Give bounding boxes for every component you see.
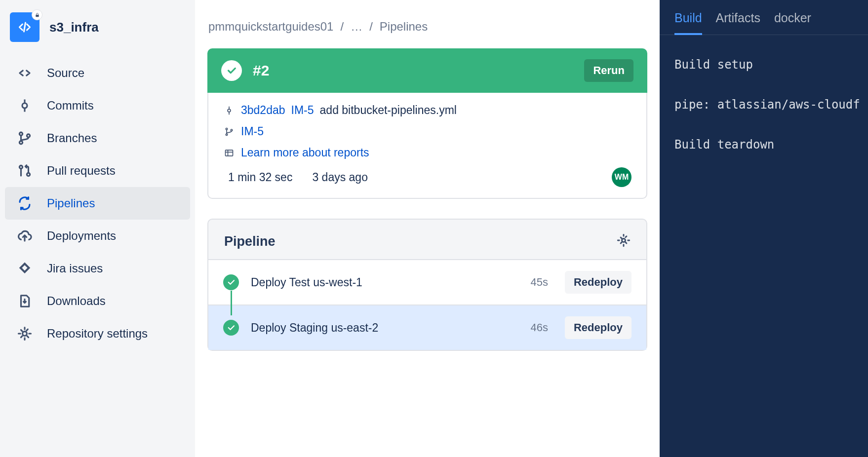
sidebar-item-jira-issues[interactable]: Jira issues <box>5 252 190 285</box>
log-output[interactable]: Build setup pipe: atlassian/aws-cloudf B… <box>660 35 868 194</box>
pipeline-step[interactable]: Deploy Test us-west-1 45s Redeploy <box>208 259 646 305</box>
sidebar-item-label: Jira issues <box>47 262 103 275</box>
svg-point-4 <box>19 132 22 135</box>
sidebar-item-commits[interactable]: Commits <box>5 89 190 122</box>
build-age: 3 days ago <box>312 171 368 184</box>
commit-icon <box>17 98 32 113</box>
svg-rect-0 <box>36 15 39 17</box>
sidebar-item-label: Deployments <box>47 229 116 243</box>
tab-docker[interactable]: docker <box>774 11 811 35</box>
commit-issue-link[interactable]: IM-5 <box>291 104 314 117</box>
log-line: pipe: atlassian/aws-cloudf <box>674 95 853 115</box>
sidebar-item-label: Commits <box>47 99 94 113</box>
log-line: Build setup <box>674 55 853 75</box>
build-duration: 1 min 32 sec <box>228 171 292 184</box>
svg-point-6 <box>27 134 30 137</box>
branch-icon <box>223 127 235 137</box>
code-icon <box>17 66 32 80</box>
svg-point-24 <box>622 239 626 242</box>
sidebar-nav: Source Commits Branches Pull requests Pi… <box>5 57 190 350</box>
svg-point-9 <box>23 332 27 336</box>
build-info-card: 3bd2dab IM-5 add bitbucket-pipelines.yml… <box>207 93 647 199</box>
build-number: #2 <box>253 62 573 79</box>
cloud-upload-icon <box>17 228 32 243</box>
success-icon <box>223 320 239 336</box>
sidebar-item-pull-requests[interactable]: Pull requests <box>5 154 190 187</box>
repo-name: s3_infra <box>49 20 99 35</box>
pipeline-header: Pipeline <box>208 220 646 259</box>
breadcrumb-ellipsis[interactable]: … <box>351 20 362 34</box>
download-icon <box>17 294 32 308</box>
pipeline-step[interactable]: Deploy Staging us-east-2 46s Redeploy <box>208 305 646 350</box>
report-icon <box>223 148 235 158</box>
success-icon <box>223 274 239 290</box>
redeploy-button[interactable]: Redeploy <box>565 316 631 339</box>
pipeline-settings-button[interactable] <box>617 233 631 249</box>
step-name: Deploy Staging us-east-2 <box>251 321 518 335</box>
commit-icon <box>223 106 235 115</box>
avatar[interactable]: WM <box>612 167 631 187</box>
tab-build[interactable]: Build <box>674 11 702 35</box>
commit-row: 3bd2dab IM-5 add bitbucket-pipelines.yml <box>223 104 631 117</box>
svg-point-10 <box>228 109 231 112</box>
svg-point-13 <box>226 128 227 129</box>
jira-icon <box>17 261 32 276</box>
pipeline-title: Pipeline <box>224 234 276 249</box>
sidebar-item-label: Pipelines <box>47 196 95 210</box>
pull-request-icon <box>17 163 32 178</box>
sidebar-item-label: Repository settings <box>47 327 148 341</box>
step-connector <box>231 291 232 315</box>
sidebar-item-downloads[interactable]: Downloads <box>5 285 190 317</box>
sidebar-item-pipelines[interactable]: Pipelines <box>5 187 190 220</box>
gear-icon <box>17 326 32 341</box>
tab-artifacts[interactable]: Artifacts <box>716 11 760 35</box>
branch-link[interactable]: IM-5 <box>241 125 264 138</box>
sidebar-item-deployments[interactable]: Deployments <box>5 220 190 252</box>
sidebar-item-source[interactable]: Source <box>5 57 190 89</box>
sidebar-item-label: Downloads <box>47 294 106 308</box>
reports-link[interactable]: Learn more about reports <box>241 146 369 159</box>
branch-row: IM-5 <box>223 125 631 138</box>
breadcrumb-separator: / <box>369 20 373 34</box>
sidebar-item-label: Source <box>47 66 84 80</box>
breadcrumb-page[interactable]: Pipelines <box>380 20 428 34</box>
step-name: Deploy Test us-west-1 <box>251 276 518 289</box>
repo-header: s3_infra <box>5 12 190 57</box>
reports-row: Learn more about reports <box>223 146 631 159</box>
branch-icon <box>17 131 32 146</box>
repo-icon <box>10 12 39 42</box>
svg-point-15 <box>231 129 232 131</box>
breadcrumb: pmmquickstartguides01 / … / Pipelines <box>207 20 647 34</box>
commit-message: add bitbucket-pipelines.yml <box>320 104 457 117</box>
sidebar-item-repository-settings[interactable]: Repository settings <box>5 317 190 350</box>
commit-hash-link[interactable]: 3bd2dab <box>241 104 285 117</box>
breadcrumb-separator: / <box>340 20 344 34</box>
redeploy-button[interactable]: Redeploy <box>565 271 631 294</box>
svg-point-14 <box>226 134 227 135</box>
breadcrumb-root[interactable]: pmmquickstartguides01 <box>208 20 333 34</box>
svg-point-1 <box>22 103 27 108</box>
rerun-button[interactable]: Rerun <box>584 59 633 82</box>
step-duration: 46s <box>530 321 548 334</box>
log-tabs: Build Artifacts docker <box>660 0 868 35</box>
lock-icon <box>32 9 42 20</box>
svg-rect-16 <box>226 150 233 156</box>
build-meta: 1 min 32 sec 3 days ago WM <box>223 167 631 187</box>
build-status-banner: #2 Rerun <box>207 48 647 93</box>
sidebar: s3_infra Source Commits Branches Pull re… <box>0 0 195 457</box>
sidebar-item-branches[interactable]: Branches <box>5 122 190 154</box>
svg-point-5 <box>19 141 22 144</box>
success-icon <box>221 60 242 81</box>
main-content: pmmquickstartguides01 / … / Pipelines #2… <box>195 0 660 457</box>
step-duration: 45s <box>530 276 548 289</box>
sidebar-item-label: Pull requests <box>47 164 116 178</box>
pipeline-card: Pipeline Deploy Test us-west-1 45s Redep… <box>207 219 647 351</box>
sidebar-item-label: Branches <box>47 131 97 145</box>
pipelines-icon <box>17 196 32 211</box>
log-line: Build teardown <box>674 135 853 155</box>
log-panel: Build Artifacts docker Build setup pipe:… <box>660 0 868 457</box>
